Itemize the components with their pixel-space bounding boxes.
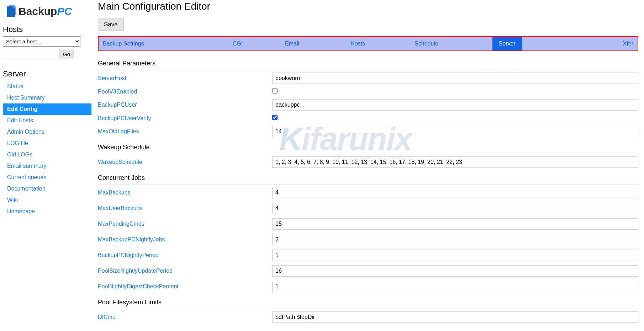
nav-link[interactable]: Old LOGs [7, 151, 32, 158]
nav-link[interactable]: Email summary [7, 163, 46, 169]
sidebar-item-status[interactable]: Status [3, 81, 91, 92]
tab-xfer[interactable]: Xfer [619, 37, 638, 50]
host-search-input[interactable] [3, 49, 56, 59]
save-button[interactable]: Save [98, 18, 124, 31]
section-header-pool: Pool Filesystem Limits [98, 297, 638, 309]
config-key-BackupPCNightlyPeriod[interactable]: BackupPCNightlyPeriod [98, 252, 159, 258]
host-select[interactable]: Select a host... [3, 36, 80, 47]
config-key-PoolSizeNightlyUpdatePeriod[interactable]: PoolSizeNightlyUpdatePeriod [98, 268, 173, 274]
config-key-DfCmd[interactable]: DfCmd [98, 314, 116, 320]
nav-link[interactable]: Homepage [7, 208, 35, 214]
config-key-MaxPendingCmds[interactable]: MaxPendingCmds [98, 221, 144, 227]
config-key-MaxOldLogFiles[interactable]: MaxOldLogFiles [98, 128, 139, 134]
tab-hosts[interactable]: Hosts [346, 37, 369, 50]
config-input-DfCmd[interactable] [272, 311, 638, 323]
config-input-BackupPCUser[interactable] [272, 99, 638, 111]
section-header-wakeup: Wakeup Schedule [98, 142, 638, 154]
nav-list: StatusHost SummaryEdit ConfigEdit HostsA… [3, 81, 91, 217]
server-header: Server [3, 69, 91, 81]
sidebar-item-wiki[interactable]: Wiki [3, 194, 91, 206]
config-input-PoolV3Enabled[interactable] [272, 88, 278, 94]
config-input-ServerHost[interactable] [272, 73, 638, 84]
sidebar-item-email-summary[interactable]: Email summary [3, 160, 91, 172]
tab-email[interactable]: Email [281, 37, 303, 50]
sidebar-item-admin-options[interactable]: Admin Options [3, 126, 91, 138]
logo-text: BackupPC [19, 5, 72, 17]
config-input-PoolNightlyDigestCheckPercent[interactable] [272, 281, 638, 292]
nav-link[interactable]: Admin Options [7, 129, 44, 135]
sidebar-item-host-summary[interactable]: Host Summary [3, 92, 91, 103]
nav-link[interactable]: Status [7, 83, 23, 89]
nav-link[interactable]: Host Summary [7, 95, 45, 101]
config-key-ServerHost[interactable]: ServerHost [98, 75, 126, 81]
config-input-MaxUserBackups[interactable] [272, 203, 638, 214]
sidebar-item-edit-hosts[interactable]: Edit Hosts [3, 115, 91, 126]
logo-icon [6, 5, 16, 18]
config-key-BackupPCUser[interactable]: BackupPCUser [98, 102, 137, 108]
tab-schedule[interactable]: Schedule [410, 37, 443, 50]
tab-backup-settings[interactable]: Backup Settings [99, 37, 148, 50]
config-input-WakeupSchedule[interactable] [272, 156, 638, 168]
config-key-PoolV3Enabled[interactable]: PoolV3Enabled [98, 89, 137, 95]
config-key-WakeupSchedule[interactable]: WakeupSchedule [98, 159, 142, 165]
config-key-MaxBackups[interactable]: MaxBackups [98, 189, 131, 196]
nav-link[interactable]: Edit Hosts [7, 117, 33, 123]
config-input-MaxPendingCmds[interactable] [272, 218, 638, 230]
hosts-header: Hosts [3, 24, 91, 36]
config-input-PoolSizeNightlyUpdatePeriod[interactable] [272, 265, 638, 277]
config-key-MaxUserBackups[interactable]: MaxUserBackups [98, 205, 142, 211]
sidebar-item-edit-config[interactable]: Edit Config [3, 103, 91, 115]
tab-cgi[interactable]: CGI [228, 37, 247, 50]
nav-link[interactable]: Documentation [7, 186, 46, 192]
nav-link[interactable]: Edit Config [7, 106, 37, 112]
sidebar-item-log-file[interactable]: LOG file [3, 138, 91, 149]
config-key-BackupPCUserVerify[interactable]: BackupPCUserVerify [98, 115, 151, 121]
go-button[interactable]: Go [59, 49, 74, 59]
config-input-MaxBackupPCNightlyJobs[interactable] [272, 234, 638, 245]
nav-link[interactable]: LOG file [7, 140, 28, 146]
config-input-MaxOldLogFiles[interactable] [272, 126, 638, 137]
config-key-PoolNightlyDigestCheckPercent[interactable]: PoolNightlyDigestCheckPercent [98, 283, 179, 289]
sidebar-item-old-logs[interactable]: Old LOGs [3, 149, 91, 160]
sidebar-item-documentation[interactable]: Documentation [3, 183, 91, 194]
nav-link[interactable]: Wiki [7, 197, 18, 203]
config-key-MaxBackupPCNightlyJobs[interactable]: MaxBackupPCNightlyJobs [98, 236, 165, 242]
section-header-general: General Parameters [98, 58, 638, 70]
sidebar-item-homepage[interactable]: Homepage [3, 206, 91, 217]
sidebar-item-current-queues[interactable]: Current queues [3, 172, 91, 183]
section-header-concurrent: Concurrent Jobs [98, 172, 638, 185]
config-input-BackupPCNightlyPeriod[interactable] [272, 250, 638, 261]
config-input-MaxBackups[interactable] [272, 187, 638, 198]
config-tabs: Backup SettingsCGIEmailHostsScheduleServ… [98, 36, 638, 51]
config-input-BackupPCUserVerify[interactable] [272, 115, 278, 120]
page-title: Main Configuration Editor [98, 1, 638, 12]
logo: BackupPC [3, 3, 91, 24]
nav-link[interactable]: Current queues [7, 174, 46, 180]
tab-server[interactable]: Server [492, 37, 522, 50]
